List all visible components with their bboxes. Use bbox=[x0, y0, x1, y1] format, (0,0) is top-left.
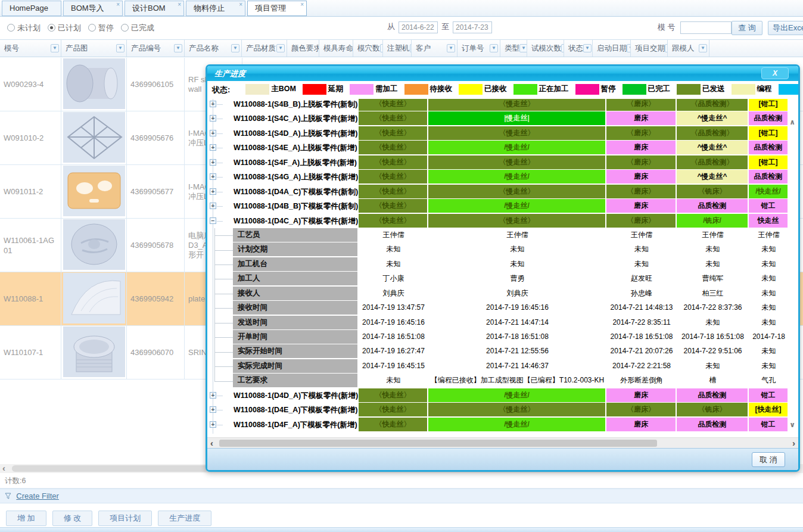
tab-物料停止[interactable]: 物料停止× bbox=[186, 1, 245, 16]
expand-icon[interactable]: + bbox=[210, 173, 216, 180]
filter-dropdown-icon[interactable]: ▼ bbox=[519, 44, 527, 52]
mold-no-input[interactable] bbox=[680, 21, 732, 34]
scroll-right-icon[interactable]: › bbox=[792, 438, 795, 448]
filter-dropdown-icon[interactable]: ▼ bbox=[490, 44, 498, 52]
tab-close-icon[interactable]: × bbox=[116, 2, 120, 8]
tree-row[interactable]: −W110088-1(D4C_A)下模板零件(新增)〈快走丝〉〈慢走丝〉〈磨床〉… bbox=[207, 214, 798, 228]
tree-row[interactable]: +W110088-1(S4C_A)上脱板零件(新增)〈快走丝〉|慢走丝|磨床^慢… bbox=[207, 111, 798, 126]
filter-dropdown-icon[interactable]: ▼ bbox=[583, 44, 592, 52]
tree-row[interactable]: +W110088-1(S4E_A)上脱板零件(新增)〈快走丝〉/慢走丝/磨床^慢… bbox=[207, 141, 798, 155]
tab-HomePage[interactable]: HomePage bbox=[2, 1, 61, 16]
cancel-button[interactable]: 取 消 bbox=[752, 452, 785, 467]
mold-no-label: 模 号 bbox=[658, 23, 676, 32]
expand-icon[interactable]: + bbox=[210, 115, 216, 122]
column-header-产品图: 产品图▼ bbox=[61, 40, 127, 57]
filter-dropdown-icon[interactable]: ▼ bbox=[276, 44, 285, 52]
detail-value: 2014-7-18 16:51:08 bbox=[677, 330, 749, 344]
scroll-left-icon[interactable]: ‹ bbox=[210, 438, 213, 448]
modify-button[interactable]: 修 改 bbox=[52, 511, 93, 526]
expand-icon[interactable]: + bbox=[210, 144, 216, 151]
detail-value: 未知 bbox=[749, 287, 789, 300]
detail-value: 2014-7-21 14:48:13 bbox=[606, 301, 677, 315]
scrollbar-thumb[interactable] bbox=[12, 465, 208, 472]
tree-gutter: + bbox=[207, 418, 234, 432]
column-header-产品编号: 产品编号▼ bbox=[127, 40, 185, 57]
expand-icon[interactable]: + bbox=[210, 101, 216, 107]
tab-项目管理[interactable]: 项目管理× bbox=[247, 1, 307, 16]
tab-close-icon[interactable]: × bbox=[239, 2, 242, 8]
detail-connector bbox=[207, 228, 233, 242]
filter-dropdown-icon[interactable]: ▼ bbox=[627, 44, 631, 52]
tab-设计BOM[interactable]: 设计BOM× bbox=[125, 1, 184, 16]
filter-dropdown-icon[interactable]: ▼ bbox=[174, 44, 182, 52]
column-header-启动日期: 启动日期▼ bbox=[593, 40, 631, 57]
expand-icon[interactable]: + bbox=[210, 188, 216, 195]
filter-dropdown-icon[interactable]: ▼ bbox=[116, 44, 125, 52]
query-button[interactable]: 查 询 bbox=[732, 21, 762, 35]
collapse-icon[interactable]: − bbox=[210, 217, 216, 224]
tree-row[interactable]: +W110088-1(D4A_C)下模板零件(新制)〈快走丝〉〈慢走丝〉〈磨床〉… bbox=[207, 185, 798, 199]
project-plan-button[interactable]: 项目计划 bbox=[98, 511, 152, 526]
expand-icon[interactable]: + bbox=[210, 421, 216, 428]
scroll-down-icon[interactable]: ∨ bbox=[788, 421, 796, 429]
detail-row: 实际开始时间2014-7-19 16:27:472014-7-21 12:55:… bbox=[207, 344, 798, 359]
detail-value: 未知 bbox=[359, 242, 428, 256]
filter-dropdown-icon[interactable]: ▼ bbox=[231, 44, 239, 52]
legend-swatch bbox=[677, 84, 701, 95]
expand-icon[interactable]: + bbox=[210, 130, 216, 136]
expand-icon[interactable]: + bbox=[210, 392, 216, 399]
add-button[interactable]: 增 加 bbox=[6, 511, 46, 526]
tree-row[interactable]: +W110088-1(S4F_A)上脱板零件(新增)〈快走丝〉〈慢走丝〉〈磨床〉… bbox=[207, 155, 798, 170]
legend-label: 需加工 bbox=[375, 84, 398, 94]
process-cell: 磨床 bbox=[606, 199, 677, 213]
mold-search: 模 号 bbox=[658, 21, 732, 34]
status-legend: 状态: 主BOM延期需加工待接收已接收正在加工暂停已完工已发送编程委外加工 bbox=[207, 81, 798, 99]
filter-dropdown-icon[interactable]: ▼ bbox=[699, 44, 707, 52]
tree-row-label: W110088-1(S4F_A)上脱板零件(新增) bbox=[234, 155, 359, 170]
tab-close-icon[interactable]: × bbox=[178, 2, 181, 8]
tree-row[interactable]: +W110088-1(D4B_B)下模板零件(新制)〈快走丝〉/慢走丝/磨床品质… bbox=[207, 199, 798, 213]
column-header-模号: 模号▼ bbox=[0, 40, 61, 57]
tree-row[interactable]: +W110088-1(D4D_A)下模板零件(新增)〈快走丝〉/慢走丝/磨床品质… bbox=[207, 388, 798, 403]
radio-已完成[interactable]: 已完成 bbox=[121, 23, 154, 33]
filter-dropdown-icon[interactable]: ▼ bbox=[51, 44, 59, 52]
export-excel-button[interactable]: 导出Excel bbox=[768, 21, 803, 35]
to-date-input[interactable] bbox=[453, 21, 492, 33]
detail-value: 2014-7-19 13:47:57 bbox=[359, 301, 428, 315]
from-date-input[interactable] bbox=[399, 21, 438, 33]
detail-row: 计划交期未知未知未知未知未知 bbox=[207, 242, 798, 257]
column-header-类型: 类型▼ bbox=[500, 40, 527, 57]
product-no-cell: 4369905942 bbox=[127, 272, 185, 325]
process-cell: 〈品质检测〉 bbox=[677, 99, 749, 111]
scroll-up-icon[interactable]: ∧ bbox=[788, 118, 796, 126]
tree-row[interactable]: +W110088-1(S4B_B)上脱板零件(新制)〈快走丝〉〈慢走丝〉〈磨床〉… bbox=[207, 99, 798, 111]
process-cell: 磨床 bbox=[606, 388, 677, 402]
radio-已计划[interactable]: 已计划 bbox=[48, 23, 81, 33]
dialog-titlebar[interactable]: 生产进度 X bbox=[207, 66, 798, 81]
expand-icon[interactable]: + bbox=[210, 159, 216, 166]
scrollbar-thumb[interactable] bbox=[219, 440, 657, 447]
process-cell: /慢走丝/ bbox=[428, 141, 606, 154]
scroll-left-icon[interactable]: ‹ bbox=[2, 464, 5, 472]
radio-label: 未计划 bbox=[17, 23, 41, 32]
dialog-horizontal-scrollbar[interactable]: ‹ › bbox=[207, 437, 798, 448]
production-progress-button[interactable]: 生产进度 bbox=[158, 511, 211, 526]
radio-暂停[interactable]: 暂停 bbox=[88, 23, 114, 33]
radio-label: 暂停 bbox=[98, 23, 114, 32]
tree-row[interactable]: +W110088-1(D4E_A)下模板零件(新增)〈快走丝〉〈慢走丝〉〈磨床〉… bbox=[207, 403, 798, 417]
tree-row[interactable]: +W110088-1(S4G_A)上脱板零件(新增)〈快走丝〉/慢走丝/磨床^慢… bbox=[207, 170, 798, 184]
create-filter-link[interactable]: Create Filter bbox=[16, 491, 59, 500]
filter-dropdown-icon[interactable]: ▼ bbox=[447, 44, 455, 52]
tree-row[interactable]: +W110088-1(D4F_A)下模板零件(新增)〈快走丝〉/慢走丝/磨床品质… bbox=[207, 418, 798, 432]
expand-icon[interactable]: + bbox=[210, 203, 216, 209]
tab-BOM导入[interactable]: BOM导入× bbox=[63, 1, 123, 16]
expand-icon[interactable]: + bbox=[210, 406, 216, 413]
close-icon[interactable]: X bbox=[761, 67, 789, 79]
tab-close-icon[interactable]: × bbox=[300, 2, 304, 8]
detail-value: 2014-7-21 14:47:14 bbox=[428, 316, 606, 329]
dialog-vertical-scrollbar[interactable]: ∧ ∨ bbox=[788, 118, 796, 429]
tree-row[interactable]: +W110088-1(S4D_A)上脱板零件(新增)〈快走丝〉〈慢走丝〉〈磨床〉… bbox=[207, 126, 798, 141]
radio-未计划[interactable]: 未计划 bbox=[7, 23, 41, 33]
process-cell: 〈铣床〉 bbox=[677, 185, 749, 198]
column-header-label: 产品材质 bbox=[246, 43, 276, 54]
